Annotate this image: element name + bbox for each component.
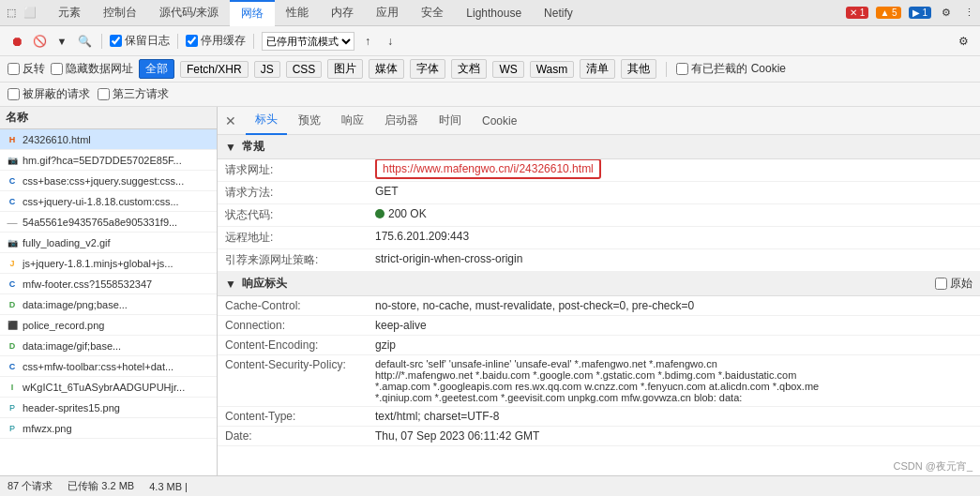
- request-item[interactable]: 📷 fully_loading_v2.gif: [0, 233, 217, 253]
- inspect-icon[interactable]: ⬜: [23, 6, 38, 21]
- tab-headers[interactable]: 标头: [246, 107, 287, 135]
- filter-manifest[interactable]: 清单: [580, 59, 615, 79]
- info-badge: ▶ 1: [909, 7, 931, 19]
- search-button[interactable]: 🔍: [75, 32, 94, 51]
- collapse-arrow: ▼: [225, 141, 236, 154]
- status-bar: 87 个请求 已传输 3.2 MB 4.3 MB |: [0, 475, 980, 490]
- gif-icon: 📷: [6, 154, 19, 167]
- tab-timing[interactable]: 时间: [430, 107, 471, 135]
- network-toolbar: ⏺ 🚫 ▼ 🔍 保留日志 停用缓存 已停用节流模式 ↑ ↓ ⚙: [0, 26, 980, 56]
- network-settings-icon[interactable]: ⚙: [954, 32, 972, 51]
- dock-icon[interactable]: ⬚: [4, 6, 19, 21]
- request-item[interactable]: P header-sprites15.png: [0, 398, 217, 418]
- tab-initiator[interactable]: 启动器: [375, 107, 428, 135]
- request-item[interactable]: J js+jquery-1.8.1.minjs+global+js...: [0, 253, 217, 274]
- response-section-header[interactable]: ▼ 响应标头 原始: [218, 272, 980, 296]
- data-icon: D: [6, 339, 19, 353]
- tab-elements[interactable]: 元素: [47, 0, 92, 26]
- hide-data-url-filter[interactable]: 隐藏数据网址: [51, 61, 133, 77]
- request-count: 87 个请求: [8, 479, 53, 490]
- table-row: 请求网址: https://www.mafengwo.cn/i/24326610…: [218, 159, 980, 182]
- general-section-header[interactable]: ▼ 常规: [218, 135, 980, 159]
- clear-button[interactable]: 🚫: [30, 32, 49, 51]
- request-list[interactable]: H 24326610.html 📷 hm.gif?hca=5ED7DDE5702…: [0, 129, 217, 490]
- tab-security[interactable]: 安全: [410, 0, 455, 26]
- filter-js[interactable]: JS: [254, 61, 280, 78]
- referrer-policy-value: strict-origin-when-cross-origin: [368, 249, 980, 272]
- filter-all[interactable]: 全部: [139, 59, 174, 79]
- blocked-cookie-filter[interactable]: 有已拦截的 Cookie: [676, 61, 786, 77]
- hidden-requests-filter[interactable]: 被屏蔽的请求: [8, 86, 90, 102]
- filter-img[interactable]: 图片: [327, 59, 363, 79]
- table-row: Cache-Control: no-store, no-cache, must-…: [218, 296, 980, 316]
- table-row: Content-Type: text/html; charset=UTF-8: [218, 407, 980, 427]
- tab-console[interactable]: 控制台: [92, 0, 148, 26]
- name-column-header: 名称: [6, 110, 28, 126]
- content-encoding-label: Content-Encoding:: [218, 336, 368, 355]
- table-row: Date: Thu, 07 Sep 2023 06:11:42 GMT: [218, 427, 980, 446]
- css-icon: C: [6, 195, 19, 208]
- request-item[interactable]: H 24326610.html: [0, 129, 217, 150]
- tab-netify[interactable]: Netify: [533, 0, 584, 26]
- tab-response[interactable]: 响应: [332, 107, 373, 135]
- request-item[interactable]: I wKgIC1t_6TuASybrAADGUPUHjr...: [0, 377, 217, 398]
- tab-memory[interactable]: 内存: [320, 0, 365, 26]
- request-item[interactable]: ⬛ police_record.png: [0, 315, 217, 336]
- original-checkbox[interactable]: 原始: [935, 276, 972, 292]
- collapse-arrow-response: ▼: [225, 278, 236, 291]
- date-value: Thu, 07 Sep 2023 06:11:42 GMT: [368, 427, 980, 446]
- table-row: Content-Security-Policy: default-src 'se…: [218, 355, 980, 407]
- request-item[interactable]: P mfwzx.png: [0, 418, 217, 439]
- more-icon[interactable]: ⋮: [961, 6, 976, 21]
- request-item[interactable]: — 54a5561e9435765a8e905331f9...: [0, 212, 217, 233]
- filter-font[interactable]: 字体: [410, 59, 445, 79]
- request-item[interactable]: C css+base:css+jquery.suggest:css...: [0, 171, 217, 191]
- general-table: 请求网址: https://www.mafengwo.cn/i/24326610…: [218, 159, 980, 272]
- tab-cookie[interactable]: Cookie: [473, 107, 526, 135]
- tab-lighthouse[interactable]: Lighthouse: [455, 0, 533, 26]
- filter-other[interactable]: 其他: [621, 59, 656, 79]
- request-list-panel: 名称 H 24326610.html 📷 hm.gif?hca=5ED7DDE5…: [0, 107, 218, 490]
- filter-toggle-button[interactable]: ▼: [53, 32, 71, 51]
- error-badge: ✕ 1: [846, 7, 868, 19]
- request-method-label: 请求方法:: [218, 182, 368, 204]
- request-item[interactable]: C css+jquery-ui-1.8.18.custom:css...: [0, 191, 217, 212]
- tab-sources[interactable]: 源代码/来源: [148, 0, 230, 26]
- settings-icon[interactable]: ⚙: [939, 6, 954, 21]
- preserve-log-checkbox[interactable]: 保留日志: [110, 33, 170, 49]
- filter-media[interactable]: 媒体: [369, 59, 404, 79]
- download-icon[interactable]: ↓: [381, 32, 400, 51]
- record-button[interactable]: ⏺: [8, 32, 26, 51]
- close-detail-button[interactable]: ✕: [225, 113, 236, 128]
- remote-address-value: 175.6.201.209:443: [368, 227, 980, 249]
- request-item[interactable]: C css+mfw-toolbar:css+hotel+dat...: [0, 356, 217, 377]
- disable-cache-checkbox[interactable]: 停用缓存: [186, 33, 246, 49]
- js-icon: J: [6, 257, 19, 270]
- request-item[interactable]: C mfw-footer.css?1558532347: [0, 274, 217, 294]
- request-item[interactable]: D data:image/png;base...: [0, 294, 217, 315]
- devtools-icons: ⬚ ⬜: [4, 6, 38, 21]
- date-label: Date:: [218, 427, 368, 446]
- request-item[interactable]: D data:image/gif;base...: [0, 336, 217, 356]
- tab-performance[interactable]: 性能: [275, 0, 320, 26]
- tab-network[interactable]: 网络: [230, 0, 275, 26]
- filter-row: 反转 隐藏数据网址 全部 Fetch/XHR JS CSS 图片 媒体 字体 文…: [0, 56, 980, 83]
- request-url-value[interactable]: https://www.mafengwo.cn/i/24326610.html: [368, 159, 980, 182]
- content-type-value: text/html; charset=UTF-8: [368, 407, 980, 427]
- invert-filter[interactable]: 反转: [8, 61, 45, 77]
- upload-icon[interactable]: ↑: [358, 32, 377, 51]
- filter-css[interactable]: CSS: [286, 61, 323, 78]
- table-row: 引荐来源网址策略: strict-origin-when-cross-origi…: [218, 249, 980, 272]
- response-headers-table: Cache-Control: no-store, no-cache, must-…: [218, 296, 980, 446]
- cache-control-label: Cache-Control:: [218, 296, 368, 316]
- png-icon: P: [6, 401, 19, 414]
- filter-ws[interactable]: WS: [492, 61, 523, 78]
- request-item[interactable]: 📷 hm.gif?hca=5ED7DDE5702E85F...: [0, 150, 217, 171]
- filter-fetch-xhr[interactable]: Fetch/XHR: [180, 61, 249, 78]
- third-party-filter[interactable]: 第三方请求: [98, 86, 169, 102]
- tab-preview[interactable]: 预览: [289, 107, 330, 135]
- tab-application[interactable]: 应用: [365, 0, 410, 26]
- filter-wasm[interactable]: Wasm: [530, 61, 575, 78]
- filter-doc[interactable]: 文档: [451, 59, 487, 79]
- throttle-select[interactable]: 已停用节流模式: [262, 32, 354, 51]
